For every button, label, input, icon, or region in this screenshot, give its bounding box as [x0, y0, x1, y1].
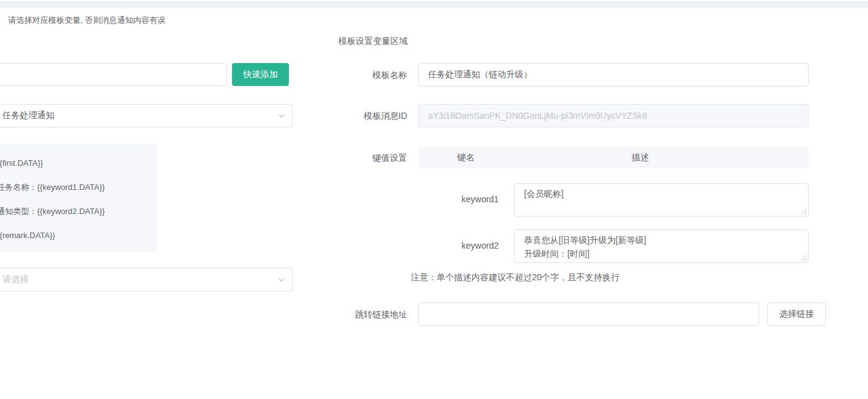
preview-line-keyword1: 任务名称：{{keyword1.DATA}}	[0, 175, 153, 199]
kv-column-desc: 描述	[513, 152, 767, 163]
chevron-down-icon	[277, 111, 286, 120]
kv-row-desc-keyword1-textarea[interactable]: [会员昵称]	[514, 183, 809, 217]
resize-handle-icon[interactable]	[801, 208, 807, 215]
preview-line-first: {{first.DATA}}	[0, 151, 153, 175]
quick-add-button[interactable]: 快速添加	[232, 63, 289, 86]
preview-line-keyword2: 通知类型：{{keyword2.DATA}}	[0, 199, 153, 223]
kv-settings-label: 键值设置	[334, 147, 407, 168]
template-id-input	[418, 104, 809, 127]
template-name-input[interactable]	[418, 63, 809, 87]
quick-add-input[interactable]	[0, 63, 227, 86]
preview-line-remark: {{remark.DATA}}	[0, 223, 153, 247]
page-root: 请选择对应模板变量, 否则消息通知内容有误 快速添加 任务处理通知 {{firs…	[0, 0, 868, 399]
jump-link-label: 跳转链接地址	[334, 302, 407, 326]
template-id-label: 模板消息ID	[334, 104, 407, 127]
kv-table-header: 键名 描述	[418, 147, 809, 168]
kv-column-key: 键名	[418, 152, 513, 163]
template-type-select[interactable]: 任务处理通知	[0, 104, 293, 127]
resize-handle-icon[interactable]	[801, 255, 807, 262]
template-variable-warning: 请选择对应模板变量, 否则消息通知内容有误	[8, 15, 165, 26]
template-name-label: 模板名称	[334, 63, 407, 87]
jump-link-input[interactable]	[418, 302, 759, 326]
kv-note: 注意：单个描述内容建议不超过20个字，且不支持换行	[411, 272, 620, 283]
variable-select-placeholder: 请选择	[2, 274, 28, 285]
top-bar	[0, 1, 868, 8]
variable-select[interactable]: 请选择	[0, 268, 293, 291]
section-title: 模板设置变量区域	[338, 36, 408, 47]
template-type-select-value: 任务处理通知	[2, 110, 54, 121]
template-preview-box: {{first.DATA}} 任务名称：{{keyword1.DATA}} 通知…	[0, 144, 158, 252]
select-link-button[interactable]: 选择链接	[767, 302, 826, 326]
chevron-down-icon	[277, 275, 286, 284]
kv-row-desc-keyword2-textarea[interactable]: 恭喜您从[旧等级]升级为[新等级] 升级时间：[时间]	[514, 230, 809, 263]
